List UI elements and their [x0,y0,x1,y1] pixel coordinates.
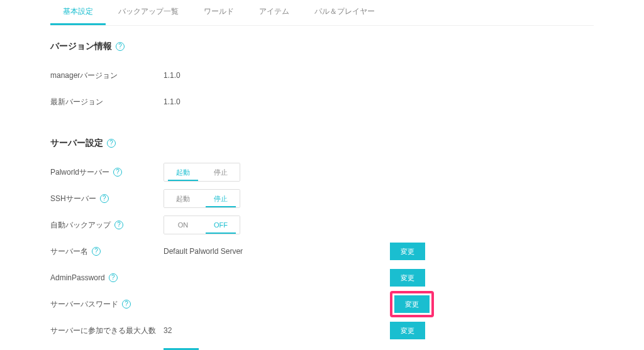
manager-version-label: managerバージョン [50,70,164,81]
palworld-server-label: Palworldサーバー [50,167,109,178]
admin-password-label: AdminPassword [50,273,105,282]
latest-version-label: 最新バージョン [50,97,164,107]
max-players-value: 32 [164,326,340,335]
tab-backup-list[interactable]: バックアップ一覧 [106,0,191,25]
latest-version-value: 1.1.0 [164,97,340,106]
server-section-title: サーバー設定 ? [50,138,594,149]
help-icon[interactable]: ? [122,300,131,309]
help-icon[interactable]: ? [107,139,116,148]
autobackup-off-button[interactable]: OFF [202,216,240,234]
version-section-title: バージョン情報 ? [50,41,594,52]
version-title-text: バージョン情報 [50,41,112,52]
tab-basic-settings[interactable]: 基本設定 [50,0,106,25]
tab-world[interactable]: ワールド [191,0,247,25]
palworld-stop-button[interactable]: 停止 [202,163,240,181]
row-admin-password: AdminPassword ? 変更 [50,265,594,291]
palworld-start-button[interactable]: 起動 [164,163,202,181]
max-players-change-button[interactable]: 変更 [390,322,425,339]
server-name-label: サーバー名 [50,246,88,257]
autobackup-on-button[interactable]: ON [164,216,202,234]
row-latest-version: 最新バージョン 1.1.0 [50,89,594,115]
tab-item[interactable]: アイテム [247,0,302,25]
row-game-reset: ゲーム設定初期化 ? 実行 [50,344,594,350]
help-icon[interactable]: ? [114,221,123,229]
row-ssh-server: SSHサーバー ? 起動 停止 [50,185,594,212]
tab-pal-player[interactable]: パル＆プレイヤー [302,0,387,25]
ssh-stop-button[interactable]: 停止 [202,190,240,207]
manager-version-value: 1.1.0 [164,71,340,80]
row-server-password: サーバーパスワード ? 変更 [50,291,594,317]
server-password-change-button[interactable]: 変更 [394,295,430,313]
auto-backup-toggle: ON OFF [164,216,240,234]
help-icon[interactable]: ? [92,247,101,256]
palworld-server-toggle: 起動 停止 [164,163,240,182]
row-palworld-server: Palworldサーバー ? 起動 停止 [50,159,594,185]
ssh-start-button[interactable]: 起動 [164,190,202,207]
server-title-text: サーバー設定 [50,138,103,149]
auto-backup-label: 自動バックアップ [50,220,111,231]
row-server-name: サーバー名 ? Default Palworld Server 変更 [50,238,594,265]
ssh-server-label: SSHサーバー [50,194,96,204]
max-players-label: サーバーに参加できる最大人数 [50,325,156,336]
help-icon[interactable]: ? [113,168,122,177]
help-icon[interactable]: ? [109,273,118,282]
server-name-change-button[interactable]: 変更 [390,243,425,260]
row-max-players: サーバーに参加できる最大人数 32 変更 [50,317,594,344]
admin-password-change-button[interactable]: 変更 [390,269,425,287]
server-password-label: サーバーパスワード [50,299,118,310]
row-auto-backup: 自動バックアップ ? ON OFF [50,212,594,238]
help-icon[interactable]: ? [100,194,109,203]
ssh-server-toggle: 起動 停止 [164,189,240,208]
help-icon[interactable]: ? [116,42,125,51]
row-manager-version: managerバージョン 1.1.0 [50,62,594,89]
tabs: 基本設定 バックアップ一覧 ワールド アイテム パル＆プレイヤー [50,0,594,26]
server-name-value: Default Palworld Server [164,247,340,256]
highlight-server-password: 変更 [390,291,434,317]
